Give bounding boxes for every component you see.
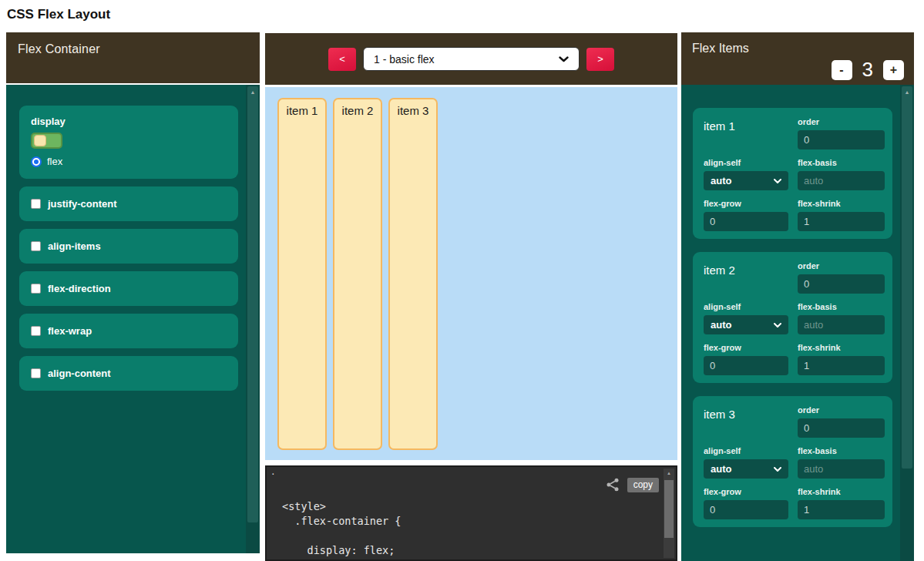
- align-content-checkbox[interactable]: [31, 368, 41, 378]
- item-2-order-input[interactable]: [798, 274, 885, 294]
- flex-preview-container: item 1 item 2 item 3: [265, 87, 677, 460]
- flex-shrink-label: flex-shrink: [798, 199, 885, 208]
- display-toggle[interactable]: [31, 133, 62, 149]
- chevron-down-icon: [774, 323, 781, 328]
- align-content-label: align-content: [48, 368, 111, 379]
- item-3-align-self-select[interactable]: auto: [704, 459, 788, 479]
- flex-basis-label: flex-basis: [798, 446, 885, 455]
- flex-grow-label: flex-grow: [704, 487, 788, 496]
- flex-shrink-label: flex-shrink: [798, 343, 885, 352]
- flex-wrap-card[interactable]: flex-wrap: [19, 314, 238, 348]
- next-preset-button[interactable]: >: [586, 48, 614, 71]
- preview-item-3: item 3: [388, 98, 438, 450]
- align-self-label: align-self: [704, 158, 788, 167]
- scroll-up-icon[interactable]: ▲: [246, 89, 260, 95]
- flex-wrap-checkbox[interactable]: [31, 326, 41, 336]
- flex-direction-checkbox[interactable]: [31, 284, 41, 294]
- align-self-value: auto: [711, 463, 774, 475]
- align-items-checkbox[interactable]: [31, 241, 41, 251]
- item-2-card: item 2 order align-self auto flex-basis …: [693, 252, 892, 383]
- copy-button[interactable]: copy: [627, 478, 659, 492]
- item-1-flex-basis-input[interactable]: [798, 171, 885, 190]
- item-1-align-self-select[interactable]: auto: [704, 171, 788, 190]
- left-panel-scrollbar[interactable]: ▲: [246, 85, 260, 553]
- justify-content-card[interactable]: justify-content: [19, 186, 238, 221]
- item-3-flex-grow-input[interactable]: [704, 500, 788, 519]
- page-title: CSS Flex Layout: [7, 7, 110, 22]
- align-content-card[interactable]: align-content: [19, 356, 238, 391]
- flex-radio-label: flex: [47, 156, 62, 167]
- align-self-value: auto: [711, 319, 774, 331]
- item-1-flex-shrink-input[interactable]: [798, 212, 885, 231]
- preset-selector-bar: < 1 - basic flex >: [265, 33, 677, 85]
- add-item-button[interactable]: +: [883, 60, 904, 80]
- flex-container-panel-body: display flex justify-content align-items…: [6, 85, 260, 553]
- align-items-card[interactable]: align-items: [19, 229, 238, 264]
- css-code: <style> .flex-container { display: flex;: [282, 499, 401, 558]
- item-2-flex-basis-input[interactable]: [798, 315, 885, 334]
- flex-items-panel: Flex Items - 3 + item 1 order align-self…: [681, 32, 914, 561]
- flex-grow-label: flex-grow: [704, 343, 788, 352]
- align-items-label: align-items: [48, 240, 101, 252]
- flex-direction-label: flex-direction: [48, 283, 111, 294]
- code-scrollbar[interactable]: ▲: [664, 469, 674, 558]
- item-2-align-self-select[interactable]: auto: [704, 315, 788, 334]
- flex-container-panel-title: Flex Container: [6, 32, 260, 83]
- display-label: display: [31, 116, 227, 127]
- item-2-title: item 2: [704, 261, 788, 294]
- chevron-down-icon: [559, 56, 569, 62]
- flex-direction-card[interactable]: flex-direction: [19, 271, 238, 306]
- justify-content-label: justify-content: [48, 198, 117, 210]
- code-scroll-up-icon[interactable]: ▲: [664, 471, 674, 475]
- left-scrollbar-thumb[interactable]: [247, 86, 258, 522]
- item-3-card: item 3 order align-self auto flex-basis …: [693, 396, 892, 527]
- share-icon[interactable]: [605, 477, 620, 492]
- item-2-flex-grow-input[interactable]: [704, 356, 788, 375]
- preview-item-1: item 1: [277, 98, 327, 450]
- item-1-title: item 1: [704, 117, 788, 149]
- align-self-value: auto: [711, 175, 774, 186]
- stray-dot: .: [270, 468, 276, 477]
- item-3-flex-basis-input[interactable]: [798, 459, 885, 479]
- flex-basis-label: flex-basis: [798, 302, 885, 311]
- preset-select[interactable]: 1 - basic flex: [363, 47, 580, 71]
- item-3-order-input[interactable]: [798, 418, 885, 438]
- chevron-down-icon: [774, 467, 781, 472]
- flex-items-panel-title: Flex Items: [692, 42, 749, 55]
- item-1-card: item 1 order align-self auto flex-basis …: [693, 108, 892, 239]
- code-scrollbar-thumb[interactable]: [664, 480, 674, 538]
- align-self-label: align-self: [704, 446, 788, 455]
- flex-basis-label: flex-basis: [798, 158, 885, 167]
- flex-items-panel-body: item 1 order align-self auto flex-basis …: [681, 85, 914, 561]
- item-3-title: item 3: [704, 405, 788, 438]
- flex-container-panel: Flex Container display flex justify-cont…: [6, 32, 260, 553]
- order-label: order: [798, 405, 885, 415]
- right-panel-scrollbar[interactable]: ▲: [900, 85, 914, 561]
- item-1-order-input[interactable]: [798, 130, 885, 149]
- align-self-label: align-self: [704, 302, 788, 311]
- item-2-flex-shrink-input[interactable]: [798, 356, 885, 375]
- scroll-up-icon[interactable]: ▲: [900, 89, 914, 95]
- flex-radio[interactable]: [31, 156, 42, 167]
- order-label: order: [798, 117, 885, 126]
- display-control-card: display flex: [19, 106, 238, 179]
- right-scrollbar-thumb[interactable]: [902, 86, 912, 469]
- chevron-down-icon: [774, 179, 781, 183]
- item-3-flex-shrink-input[interactable]: [798, 500, 885, 519]
- justify-content-checkbox[interactable]: [31, 199, 41, 209]
- code-panel: . copy <style> .flex-container { display…: [265, 465, 677, 561]
- prev-preset-button[interactable]: <: [328, 48, 356, 71]
- flex-shrink-label: flex-shrink: [798, 487, 885, 496]
- flex-grow-label: flex-grow: [704, 199, 788, 208]
- preset-select-value: 1 - basic flex: [374, 53, 559, 66]
- item-1-flex-grow-input[interactable]: [704, 212, 788, 231]
- preview-item-2: item 2: [333, 98, 382, 450]
- toggle-knob: [34, 135, 46, 146]
- remove-item-button[interactable]: -: [832, 60, 852, 80]
- order-label: order: [798, 261, 885, 270]
- flex-wrap-label: flex-wrap: [48, 325, 92, 337]
- item-count: 3: [862, 58, 873, 82]
